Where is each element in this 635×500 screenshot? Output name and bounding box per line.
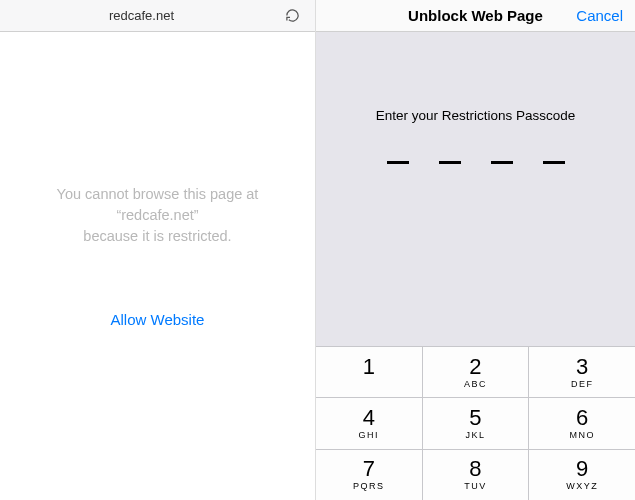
key-digit: 5	[469, 407, 481, 429]
passcode-header: Unblock Web Page Cancel	[316, 0, 635, 32]
keypad-key-6[interactable]: 6 MNO	[529, 398, 635, 448]
cancel-button[interactable]: Cancel	[576, 7, 623, 24]
keypad-key-1[interactable]: 1	[316, 347, 422, 397]
key-digit: 2	[469, 356, 481, 378]
browser-pane: redcafe.net You cannot browse this page …	[0, 0, 316, 500]
passcode-pane: Unblock Web Page Cancel Enter your Restr…	[316, 0, 635, 500]
passcode-field[interactable]	[387, 161, 565, 164]
numeric-keypad: 1 2 ABC 3 DEF 4 GHI 5 JKL 6 MNO 7 PQRS 8	[316, 346, 635, 500]
key-letters: TUV	[464, 481, 487, 491]
key-digit: 1	[363, 356, 375, 378]
keypad-key-8[interactable]: 8 TUV	[423, 450, 529, 500]
keypad-key-4[interactable]: 4 GHI	[316, 398, 422, 448]
key-letters: PQRS	[353, 481, 385, 491]
restricted-line-3: because it is restricted.	[57, 226, 259, 247]
page-title: Unblock Web Page	[408, 7, 543, 24]
key-letters: ABC	[464, 379, 487, 389]
restricted-content: You cannot browse this page at “redcafe.…	[0, 12, 315, 500]
key-letters: WXYZ	[566, 481, 598, 491]
key-letters: DEF	[571, 379, 594, 389]
key-digit: 6	[576, 407, 588, 429]
key-digit: 8	[469, 458, 481, 480]
passcode-dash-1	[387, 161, 409, 164]
keypad-key-3[interactable]: 3 DEF	[529, 347, 635, 397]
key-letters: MNO	[569, 430, 595, 440]
restricted-message: You cannot browse this page at “redcafe.…	[57, 184, 259, 247]
passcode-dash-4	[543, 161, 565, 164]
keypad-key-5[interactable]: 5 JKL	[423, 398, 529, 448]
passcode-entry-area: Enter your Restrictions Passcode	[316, 32, 635, 346]
key-digit: 4	[363, 407, 375, 429]
keypad-key-9[interactable]: 9 WXYZ	[529, 450, 635, 500]
passcode-dash-2	[439, 161, 461, 164]
restricted-line-1: You cannot browse this page at	[57, 184, 259, 205]
key-digit: 7	[363, 458, 375, 480]
key-digit: 9	[576, 458, 588, 480]
key-letters: GHI	[359, 430, 380, 440]
allow-website-link[interactable]: Allow Website	[111, 311, 205, 328]
key-letters: JKL	[465, 430, 485, 440]
passcode-prompt: Enter your Restrictions Passcode	[376, 108, 576, 123]
restricted-line-2: “redcafe.net”	[57, 205, 259, 226]
key-digit: 3	[576, 356, 588, 378]
keypad-key-7[interactable]: 7 PQRS	[316, 450, 422, 500]
passcode-dash-3	[491, 161, 513, 164]
keypad-key-2[interactable]: 2 ABC	[423, 347, 529, 397]
